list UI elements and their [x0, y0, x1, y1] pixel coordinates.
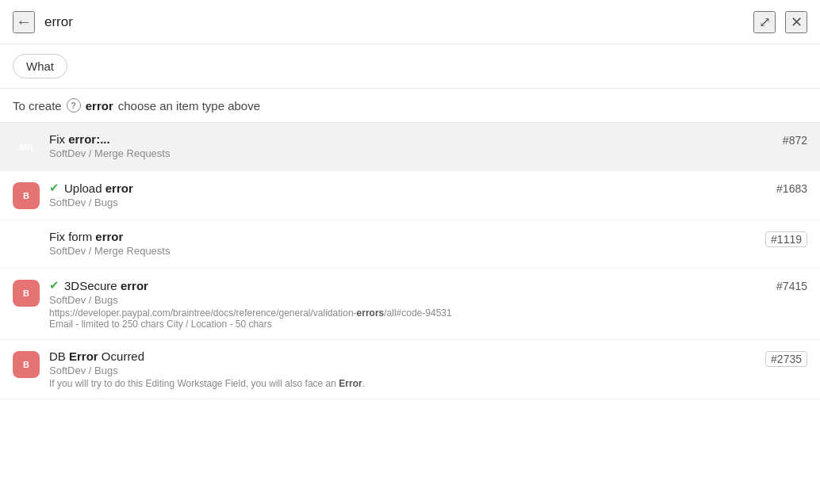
- check-icon: ✔: [49, 181, 59, 195]
- list-item[interactable]: B✔Upload errorSoftDev / Bugs#1683: [0, 171, 820, 220]
- item-content: ✔Upload errorSoftDev / Bugs: [49, 181, 767, 210]
- what-filter-button[interactable]: What: [13, 54, 67, 78]
- list-item[interactable]: B✔3DSecure errorSoftDev / Bugshttps://de…: [0, 269, 820, 340]
- item-path: SoftDev / Bugs: [49, 197, 767, 208]
- item-title: ✔Upload error: [49, 181, 767, 195]
- item-id: #1683: [776, 182, 807, 195]
- item-title: ✔3DSecure error: [49, 278, 767, 292]
- header-actions: ⤢ ✕: [753, 11, 807, 33]
- list-item[interactable]: MRFix form errorSoftDev / Merge Requests…: [0, 220, 820, 269]
- what-label: What: [26, 59, 54, 73]
- item-content: Fix form errorSoftDev / Merge Requests: [49, 230, 756, 258]
- item-path: SoftDev / Bugs: [49, 294, 767, 306]
- item-snippet: https://developer.paypal.com/braintree/d…: [49, 307, 699, 319]
- item-path: SoftDev / Merge Requests: [49, 147, 773, 159]
- item-title: Fix form error: [49, 230, 756, 243]
- item-title-text: Upload error: [64, 181, 133, 195]
- item-snippet2: Email - limited to 250 chars City / Loca…: [49, 319, 699, 330]
- item-badge: MR: [13, 134, 40, 161]
- item-id: #2735: [765, 351, 807, 367]
- item-badge: B: [13, 182, 40, 209]
- check-icon: ✔: [49, 278, 59, 292]
- item-content: Fix error:...SoftDev / Merge Requests: [49, 132, 773, 161]
- item-badge: MR: [13, 231, 40, 258]
- item-badge: B: [13, 351, 40, 378]
- item-title-text: 3DSecure error: [64, 279, 148, 292]
- item-title-text: DB Error Ocurred: [49, 349, 144, 363]
- item-snippet: If you will try to do this Editing Works…: [49, 378, 699, 389]
- help-icon[interactable]: ?: [67, 98, 81, 113]
- list-item[interactable]: BDB Error OcurredSoftDev / BugsIf you wi…: [0, 340, 820, 399]
- expand-button[interactable]: ⤢: [753, 11, 776, 33]
- item-title-text: Fix form error: [49, 230, 123, 243]
- item-path: SoftDev / Merge Requests: [49, 245, 756, 257]
- header: ← error ⤢ ✕: [0, 0, 820, 44]
- results-list: MRFix error:...SoftDev / Merge Requests#…: [0, 123, 820, 399]
- close-button[interactable]: ✕: [785, 11, 807, 33]
- back-button[interactable]: ←: [13, 11, 35, 33]
- item-id: #872: [783, 134, 807, 147]
- info-bar: To create ? error choose an item type ab…: [0, 89, 820, 123]
- type-filter-bar: What: [0, 44, 820, 89]
- info-suffix: choose an item type above: [118, 99, 260, 113]
- item-title-text: Fix error:...: [49, 132, 110, 146]
- item-badge: B: [13, 280, 40, 307]
- item-title: Fix error:...: [49, 132, 773, 146]
- item-path: SoftDev / Bugs: [49, 365, 756, 376]
- item-title: DB Error Ocurred: [49, 349, 756, 363]
- list-item[interactable]: MRFix error:...SoftDev / Merge Requests#…: [0, 123, 820, 171]
- info-keyword: error: [86, 99, 113, 113]
- item-content: ✔3DSecure errorSoftDev / Bugshttps://dev…: [49, 278, 767, 330]
- info-prefix: To create: [13, 99, 62, 113]
- search-query-text: error: [44, 14, 744, 30]
- item-content: DB Error OcurredSoftDev / BugsIf you wil…: [49, 349, 756, 389]
- item-id: #1119: [765, 231, 807, 247]
- item-id: #7415: [776, 280, 807, 292]
